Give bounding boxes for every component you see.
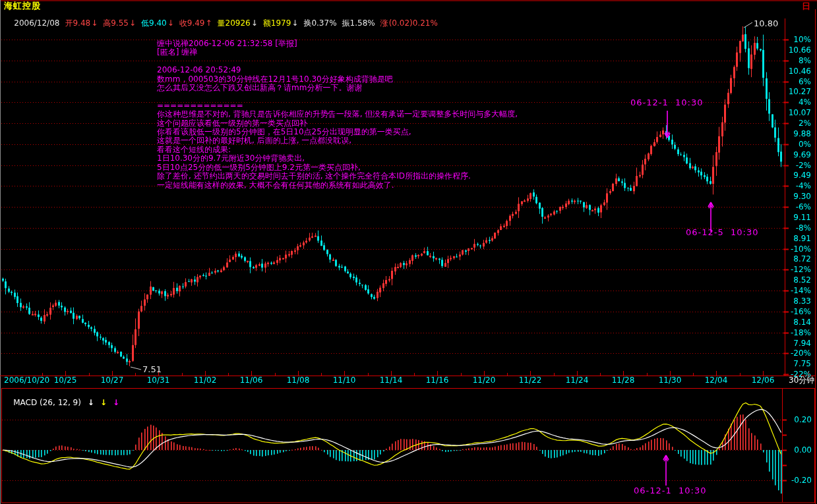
quote-segment: 低9.40 (141, 18, 167, 28)
post-line: 数mm，000503的30分钟线在12月1号10.30分好象构成背驰是吧 (157, 75, 518, 84)
date-axis-label: 11/06 (240, 376, 263, 385)
price-axis-label: 2% (799, 119, 811, 127)
price-axis-label: 8.91 (793, 235, 811, 242)
price-axis-label: 10.46 (789, 67, 811, 75)
price-axis-label: 9.30 (793, 192, 811, 200)
price-axis-label: -10% (791, 245, 811, 253)
post-line (157, 57, 518, 66)
date-axis-label: 11/14 (380, 376, 403, 385)
quote-segment: 高9.55 (103, 18, 129, 28)
price-axis-label: 7.94 (793, 339, 811, 347)
date-axis-label: 11/28 (612, 376, 635, 385)
price-axis-label: 6% (799, 78, 811, 86)
macd-point-annotation: 06-12-1 10:30 (634, 486, 706, 495)
price-axis-label: -4% (796, 182, 811, 190)
high-price-marker: 10.80 (754, 18, 778, 28)
price-axis-label: 7.75 (793, 360, 811, 368)
price-axis-label: 8.14 (793, 318, 811, 326)
quote-date: 2006/12/08 (14, 18, 59, 28)
quote-segment: ↓ (251, 18, 258, 28)
quote-bar: 2006/12/08开9.48↓高9.55↓低9.40↓收9.49↑量20926… (4, 9, 439, 38)
price-axis-label: 9.69 (793, 151, 811, 159)
post-line: ============= (157, 101, 518, 110)
macd-trend-arrow-icon: ↓ (113, 398, 119, 407)
date-axis-label: 11/08 (287, 376, 310, 385)
date-axis-label: 11/22 (519, 376, 542, 385)
price-axis-label: -16% (791, 308, 811, 316)
price-axis-label: -20% (791, 349, 811, 357)
date-axis-label: 11/10 (333, 376, 356, 385)
price-axis-label: -18% (791, 329, 811, 337)
date-axis-label: 11/02 (194, 376, 217, 385)
post-line (157, 92, 518, 101)
quote-segment: 收9.49 (179, 18, 205, 28)
post-line: 1日10.30分的9.7元附近30分钟背驰卖出, (157, 154, 518, 163)
post-line: [匿名] 缠禅 (157, 48, 518, 57)
price-axis-label: -8% (796, 224, 811, 232)
post-line: 缠中说禅2006-12-06 21:32:58 [举报] (157, 40, 518, 48)
macd-indicator-label-row: MACD (26, 12, 9)↓↓↓ (3, 389, 131, 416)
macd-label: MACD (26, 12, 9) (13, 398, 81, 407)
date-axis-label: 11/20 (473, 376, 496, 385)
app-window: 海虹控股 日 2006/12/08开9.48↓高9.55↓低9.40↓收9.49… (0, 0, 817, 504)
date-axis-label: 10/25 (54, 376, 77, 385)
quote-segment: 开9.48 (65, 18, 90, 28)
quote-segment: 额1979 (263, 18, 291, 28)
price-axis-label: 8% (799, 57, 811, 65)
price-axis-label: 10.66 (789, 46, 811, 54)
date-axis-label: 10/31 (147, 376, 170, 385)
quote-segment: 振1.58% (342, 18, 375, 28)
macd-axis-label: 0.00 (794, 445, 812, 455)
date-axis: 2006/10/2010/2510/2710/3111/0211/0611/08… (0, 376, 817, 386)
post-line: 一定短线能有这样的效果, 大概不会有任何其他的系统有如此高效了. (157, 181, 518, 190)
quote-segment: ↓ (91, 18, 98, 28)
price-axis-label: -6% (796, 203, 811, 211)
date-axis-label: 11/16 (426, 376, 449, 385)
date-axis-label: 12/04 (705, 376, 728, 385)
date-axis-label: 2006/10/20 (4, 376, 49, 385)
post-line: 这个问题应该看低一级别的第一类买点回补 (157, 119, 518, 128)
post-line: 看看这个短线的成果: (157, 146, 518, 154)
price-axis-label: 9.88 (793, 130, 811, 138)
macd-trend-arrow-icon: ↓ (100, 398, 107, 407)
forum-post-overlay: 缠中说禅2006-12-06 21:32:58 [举报][匿名] 缠禅 2006… (157, 40, 518, 190)
price-axis-label: 9.11 (793, 213, 811, 221)
post-line: 2006-12-06 20:52:49 (157, 66, 518, 74)
price-axis-label: -2% (796, 161, 811, 169)
macd-axis-label: -0.20 (791, 476, 812, 485)
price-axis-label: 0% (799, 140, 811, 148)
date-axis-label: 11/30 (659, 376, 682, 385)
price-axis-label: 10.27 (789, 88, 811, 96)
quote-segment: ↓ (291, 18, 298, 28)
date-axis-label: 10/27 (101, 376, 124, 385)
price-axis-label: 8.33 (793, 297, 811, 305)
quote-segment: ↑ (206, 18, 212, 28)
post-line: 你看看该股低一级别的5分钟图，在5日10点25分出现明显的第一类买点, (157, 128, 518, 136)
price-axis-label: -14% (791, 287, 811, 294)
price-axis-label: -12% (791, 266, 811, 273)
post-line: 怎么其后又没怎么下跌又创出新高？请mm分析一下。谢谢 (157, 84, 518, 92)
quote-segment: 换0.37% (303, 18, 336, 28)
price-axis-label: 8.72 (793, 255, 811, 263)
quote-segment: ↓ (129, 18, 136, 28)
price-axis-label: 10% (793, 36, 811, 43)
macd-trend-arrow-icon: ↓ (88, 398, 94, 407)
quote-segment: 涨 (380, 18, 388, 28)
quote-segment: ↓ (167, 18, 174, 28)
price-axis-label: 8.52 (793, 276, 811, 284)
macd-axis-label: 0.20 (794, 415, 812, 424)
quote-segment: 量20926 (218, 18, 251, 28)
price-axis-label: 10.07 (789, 109, 811, 117)
date-axis-label: 12/06 (752, 376, 775, 385)
date-axis-label: 11/24 (566, 376, 589, 385)
sell-point-annotation: 06-12-1 10:30 (630, 98, 703, 107)
price-percent-axis: 10%10.668%10.466%10.274%10.072%9.880%9.6… (785, 0, 815, 504)
price-axis-label: 9.49 (793, 171, 811, 179)
post-line: 除了差价, 还节约出两天的交易时间去干别的活, 这个操作完全符合本ID所指出的操… (157, 172, 518, 181)
post-line: 5日10点25分的低一级别5分钟图上9.2元第一类买点回补, (157, 163, 518, 172)
quote-segment: (0.02)0.21% (389, 18, 438, 28)
period-indicator[interactable]: 30分钟 (789, 376, 814, 385)
post-line: 你这种思维是不对的, 背驰只是告诉你相应的升势告一段落, 但没有承诺一定要调整多… (157, 110, 518, 119)
price-axis-label: 4% (799, 98, 811, 106)
low-price-marker: 7.51 (142, 364, 162, 374)
